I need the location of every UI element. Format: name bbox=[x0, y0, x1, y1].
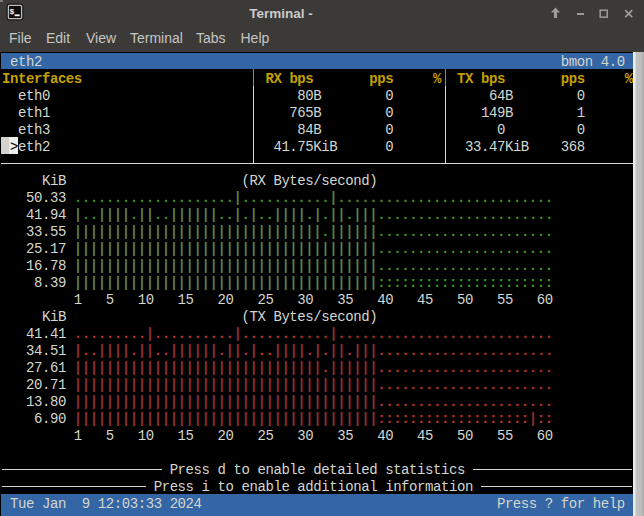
svg-text:$: $ bbox=[10, 7, 15, 16]
